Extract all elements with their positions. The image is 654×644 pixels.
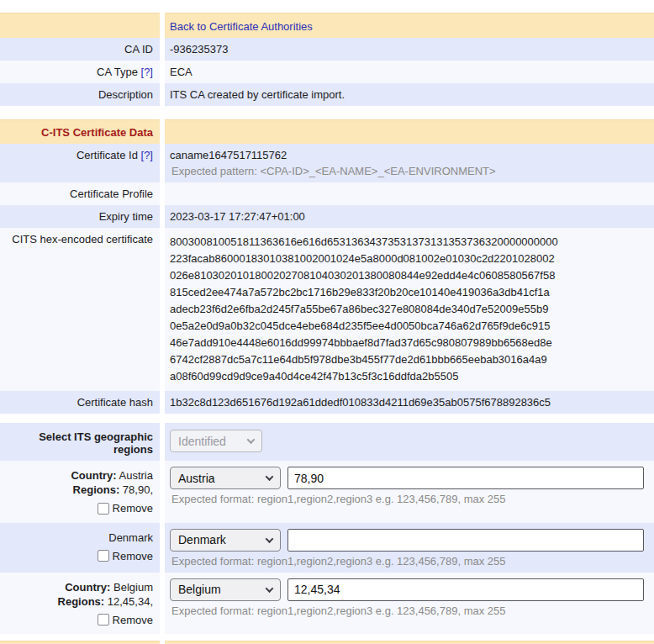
regions-input-denmark[interactable]: [287, 529, 644, 552]
regions-summary-value: 78,90,: [123, 483, 153, 496]
certificate-id-value: caname1647517115762: [170, 149, 647, 161]
geographic-regions-mode-select[interactable]: Identified: [170, 430, 262, 452]
ca-id-label: CA ID: [0, 38, 160, 61]
expiry-time-label: Expiry time: [0, 205, 160, 228]
region-entry-summary-denmark: Denmark Remove: [0, 523, 160, 573]
certificate-profile-label: Certificate Profile: [0, 182, 160, 205]
region-summary-country: Country: Austria: [3, 468, 153, 483]
cits-section-header-row: C-ITS Certificate Data: [0, 119, 654, 144]
country-select-value: Belgium: [178, 583, 221, 596]
hex-line: 6742cf2887dc5a7c11e64db5f978dbe3b455f77d…: [170, 351, 647, 368]
ca-details-table: Back to Certificate Authorities CA ID -9…: [0, 13, 654, 644]
region-entry-controls-austria: Austria Expected format: region1,region2…: [165, 461, 654, 523]
hex-certificate-row: CITS hex-encoded certificate 80030081005…: [0, 228, 654, 391]
region-entry-row-belgium: Country: Belgium Regions: 12,45,34, Remo…: [0, 573, 654, 635]
expiry-time-row: Expiry time 2023-03-17 17:27:47+01:00: [0, 205, 654, 228]
ca-id-row: CA ID -936235373: [0, 38, 654, 61]
certificate-profile-row: Certificate Profile: [0, 182, 654, 205]
back-to-certificate-authorities-link[interactable]: Back to Certificate Authorities: [170, 20, 313, 33]
header-row-value-cell: Back to Certificate Authorities: [165, 13, 654, 38]
hex-line: 800300810051811363616e616d65313634373531…: [170, 234, 647, 251]
section-spacer: [0, 106, 654, 119]
certificate-id-value-cell: caname1647517115762 Expected pattern: <C…: [165, 144, 654, 182]
hex-line: 815ced2ee474a7a572bc2bc1716b29e833f20b20…: [170, 284, 647, 301]
regions-prefix-label: Regions:: [58, 595, 105, 608]
directives-section-header-value-cell: [165, 641, 654, 644]
header-row-label-cell: [0, 13, 160, 38]
regions-input-belgium[interactable]: [287, 578, 644, 601]
remove-checkbox-belgium[interactable]: [98, 614, 109, 626]
section-spacer: [0, 634, 654, 641]
description-value: ITS CA created by certificate import.: [165, 83, 654, 106]
country-summary-value: Belgium: [113, 581, 153, 594]
regions-format-hint: Expected format: region1,region2,region3…: [170, 604, 647, 617]
section-spacer: [0, 414, 654, 423]
certificate-id-help-link[interactable]: [?]: [141, 149, 153, 161]
regions-format-hint: Expected format: region1,region2,region3…: [170, 555, 647, 567]
regions-input-austria[interactable]: [287, 467, 644, 489]
cits-section-title: C-ITS Certificate Data: [0, 119, 160, 144]
country-summary-value: Austria: [119, 469, 153, 482]
certificate-id-label-text: Certificate Id: [76, 149, 138, 161]
description-row: Description ITS CA created by certificat…: [0, 83, 654, 106]
remove-control-denmark: Remove: [98, 549, 153, 563]
hex-line: adecb23f6d2e6fba2d245f7a55be67a86bec327e…: [170, 301, 647, 318]
region-entry-summary-austria: Country: Austria Regions: 78,90, Remove: [0, 461, 160, 523]
remove-control-belgium: Remove: [98, 613, 153, 627]
chevron-down-icon: [266, 584, 274, 593]
hex-line: 46e7add910e4448e6016dd99974bbbaef8d7fad3…: [170, 335, 647, 351]
remove-checkbox-denmark[interactable]: [98, 550, 109, 562]
country-select-value: Denmark: [178, 533, 226, 546]
region-summary-country: Denmark: [3, 531, 153, 545]
chevron-down-icon: [266, 472, 274, 481]
country-select-denmark[interactable]: Denmark: [170, 529, 281, 552]
directives-section-header-row: Directives: [0, 641, 654, 644]
regions-prefix-label: Regions:: [73, 483, 120, 496]
geographic-regions-mode-cell: Identified: [165, 423, 654, 461]
certificate-hash-value: 1b32c8d123d651676d192a61ddedf010833d4211…: [165, 391, 654, 414]
country-prefix-label: Country:: [65, 581, 110, 594]
expiry-time-value: 2023-03-17 17:27:47+01:00: [165, 205, 654, 228]
ca-type-label: CA Type [?]: [0, 61, 160, 83]
remove-label: Remove: [113, 501, 153, 515]
remove-label: Remove: [113, 549, 153, 563]
certificate-hash-label: Certificate hash: [0, 391, 160, 414]
regions-format-hint: Expected format: region1,region2,region3…: [170, 493, 647, 505]
cits-section-header-value-cell: [165, 119, 654, 144]
hex-line: 223facab86000183010381002001024e5a8000d0…: [170, 251, 647, 267]
remove-label: Remove: [113, 613, 153, 627]
geographic-regions-mode-row: Select ITS geographic regions Identified: [0, 423, 654, 461]
hex-line: 026e810302010180020270810403020138008084…: [170, 267, 647, 284]
regions-summary-value: 12,45,34,: [108, 595, 153, 608]
ca-id-value: -936235373: [165, 38, 654, 61]
country-select-belgium[interactable]: Belgium: [170, 578, 281, 601]
certificate-id-row: Certificate Id [?] caname1647517115762 E…: [0, 144, 654, 182]
hex-line: 0e5a2e0d9a0b32c045dce4ebe684d235f5ee4d00…: [170, 318, 647, 335]
description-label: Description: [0, 83, 160, 106]
certificate-id-pattern-hint: Expected pattern: <CPA-ID>_<EA-NAME>_<EA…: [170, 165, 647, 177]
region-entry-controls-denmark: Denmark Expected format: region1,region2…: [165, 523, 654, 573]
geographic-regions-select-label: Select ITS geographic regions: [0, 423, 160, 461]
remove-checkbox-austria[interactable]: [98, 503, 109, 515]
region-entry-row-austria: Country: Austria Regions: 78,90, Remove …: [0, 461, 654, 523]
certificate-id-label: Certificate Id [?]: [0, 144, 160, 182]
chevron-down-icon: [247, 435, 256, 444]
region-summary-regions: Regions: 78,90,: [3, 483, 153, 497]
ca-type-row: CA Type [?] ECA: [0, 61, 654, 83]
region-summary-regions: Regions: 12,45,34,: [3, 594, 153, 609]
hex-certificate-value: 800300810051811363616e616d65313634373531…: [165, 228, 654, 391]
ca-type-value: ECA: [165, 61, 654, 83]
country-select-value: Austria: [178, 472, 215, 485]
chevron-down-icon: [266, 535, 274, 543]
remove-control-austria: Remove: [98, 501, 153, 515]
certificate-hash-row: Certificate hash 1b32c8d123d651676d192a6…: [0, 391, 654, 414]
ca-type-label-text: CA Type: [97, 66, 138, 78]
certificate-profile-value: [165, 182, 654, 205]
ca-type-help-link[interactable]: [?]: [141, 66, 153, 78]
hex-certificate-label: CITS hex-encoded certificate: [0, 228, 160, 391]
geographic-regions-mode-value: Identified: [178, 435, 226, 448]
country-select-austria[interactable]: Austria: [170, 467, 281, 489]
header-row: Back to Certificate Authorities: [0, 13, 654, 38]
region-entry-row-denmark: Denmark Remove Denmark Expected format: …: [0, 523, 654, 573]
hex-line: a08f60d99cd9d9ce9a40d4ce42f47b13c5f3c16d…: [170, 368, 647, 385]
